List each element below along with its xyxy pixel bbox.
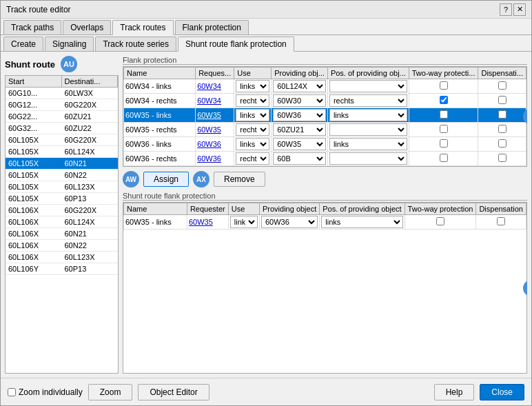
object-editor-button[interactable]: Object Editor [138,384,209,400]
close-button[interactable]: Close [480,384,524,400]
help-button[interactable]: Help [434,384,475,400]
srf-col-pos: Pos. of providing object [320,203,405,215]
list-scroll[interactable]: 60G10...60LW3X 60G12...60G220X 60G22...6… [6,88,118,373]
fp-row-selected[interactable]: 60W35 - links 60W35 links 60W36 links [124,108,526,123]
fp-col-name: Name [124,68,196,79]
window-title: Track route editor [6,5,71,14]
list-item-selected[interactable]: 60L105X60N21 [6,158,118,170]
fp-col-disp: Dispensati... [478,68,526,79]
title-bar-buttons: ? ✕ [500,3,526,16]
ax-badge: AX [193,171,209,187]
list-item[interactable]: 60L106X60L123X [6,252,118,263]
srf-col-name: Name [124,203,187,215]
tab-create[interactable]: Create [3,37,43,51]
right-panel: Flank protection Name Reques... Use Prov… [123,56,527,374]
tab-row-2: Create Signaling Track route series Shun… [1,35,531,52]
srf-col-prov: Providing object [259,203,319,215]
title-bar: Track route editor ? ✕ [1,1,531,19]
twoway-check[interactable] [440,154,448,162]
flank-protection-section: Flank protection Name Reques... Use Prov… [123,56,527,167]
zoom-individually-label: Zoom individually [19,387,83,397]
tab-flank-protection[interactable]: Flank protection [175,20,249,34]
twoway-check[interactable] [440,81,448,90]
help-title-btn[interactable]: ? [500,3,512,16]
tab-track-route-series[interactable]: Track route series [95,37,176,51]
zoom-individually-checkbox[interactable] [8,388,16,396]
srf-disp-check[interactable] [497,217,505,225]
content-area: Shunt route AU Start Destinati... 60G10.… [1,52,531,378]
list-item[interactable]: 60L106Y60P13 [6,263,118,275]
fp-col-pos: Pos. of providing obj... [327,68,409,79]
twoway-check[interactable] [440,96,448,104]
flank-protection-label: Flank protection [123,56,527,65]
fp-col-twoway: Two-way protecti... [409,68,478,79]
remove-button[interactable]: Remove [214,172,265,187]
list-item[interactable]: 60L106X60N22 [6,240,118,252]
tab-track-paths[interactable]: Track paths [3,20,61,34]
main-body: Shunt route AU Start Destinati... 60G10.… [5,56,527,374]
disp-check[interactable] [498,81,507,90]
list-item[interactable]: 60L105X60L123X [6,181,118,193]
twoway-check[interactable] [440,125,448,133]
srf-col-req: Requester [187,203,228,215]
list-item[interactable]: 60L106X60L124X [6,216,118,228]
list-header: Start Destinati... [6,76,118,88]
twoway-check[interactable] [440,139,448,148]
srf-row[interactable]: 60W35 - links 60W35 links 60W36 links [124,215,526,230]
disp-check[interactable] [498,154,507,162]
close-title-btn[interactable]: ✕ [513,3,526,16]
fp-col-req: Reques... [196,68,234,79]
disp-check[interactable] [498,139,507,148]
aw-badge: AW [123,171,139,187]
srf-table: Name Requester Use Providing object Pos.… [123,203,526,230]
list-item[interactable]: 60L105X60G220X [6,134,118,146]
srf-col-twoway: Two-way protection [405,203,476,215]
disp-check[interactable] [498,96,507,104]
col-dest: Destinati... [62,76,119,87]
fp-row[interactable]: 60W36 - links 60W36 links 60W35 links [124,137,526,152]
srf-col-disp: Dispensation [476,203,526,215]
list-item[interactable]: 60G32...60ZU22 [6,123,118,134]
main-window: Track route editor ? ✕ Track paths Overl… [0,0,532,406]
ay-badge: AY [523,280,527,296]
tab-track-routes[interactable]: Track routes [112,20,173,35]
tab-row-1: Track paths Overlaps Track routes Flank … [1,19,531,35]
tab-signaling[interactable]: Signaling [45,37,94,51]
list-item[interactable]: 60G22...60ZU21 [6,111,118,123]
assign-area: AW Assign AX Remove [123,170,527,189]
list-item[interactable]: 60L106X60N21 [6,228,118,240]
twoway-check[interactable] [440,110,448,119]
fp-row[interactable]: 60W36 - rechts 60W36 rechts 60B [124,152,526,166]
fp-row[interactable]: 60W34 - rechts 60W34 rechts 60W30 rechts [124,94,526,108]
list-item[interactable]: 60L105X60L124X [6,146,118,158]
fp-row[interactable]: 60W34 - links 60W34 links 60L124X [124,79,526,94]
col-start: Start [6,76,62,87]
list-item[interactable]: 60L105X60N22 [6,170,118,181]
srf-col-use: Use [228,203,259,215]
srf-twoway-check[interactable] [436,217,444,225]
left-panel: Shunt route AU Start Destinati... 60G10.… [5,56,119,374]
zoom-area: Zoom individually [8,387,83,397]
shunt-route-label: Shunt route [5,59,55,70]
fp-col-use: Use [234,68,272,79]
shunt-route-header: Shunt route AU [5,56,119,72]
zoom-button[interactable]: Zoom [88,384,133,400]
tab-shunt-route-flank-protection[interactable]: Shunt route flank protection [178,37,294,52]
tab-overlaps[interactable]: Overlaps [63,20,111,34]
srf-section-label: Shunt route flank protection [123,192,527,201]
srf-section: Shunt route flank protection Name Reques… [123,192,527,374]
disp-check[interactable] [498,125,507,133]
fp-row[interactable]: 60W35 - rechts 60W35 rechts 60ZU21 [124,123,526,137]
footer: Zoom individually Zoom Object Editor Hel… [1,378,531,405]
disp-check[interactable] [498,110,507,119]
shunt-route-list: Start Destinati... 60G10...60LW3X 60G12.… [5,75,119,374]
list-item[interactable]: 60L106X60G220X [6,205,118,216]
au-badge: AU [61,56,77,72]
assign-button[interactable]: Assign [143,172,189,187]
list-item[interactable]: 60G10...60LW3X [6,88,118,99]
flank-protection-table: Name Reques... Use Providing obj... Pos.… [123,67,526,166]
list-item[interactable]: 60L105X60P13 [6,193,118,205]
av-badge: AV [523,108,527,125]
fp-col-prov: Providing obj... [272,68,328,79]
list-item[interactable]: 60G12...60G220X [6,99,118,111]
